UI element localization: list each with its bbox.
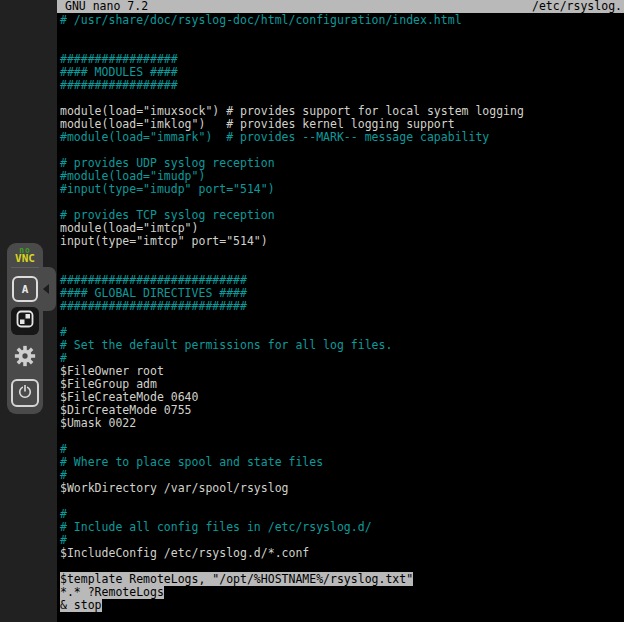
editor-line: & stop [60,599,624,612]
clipboard-icon: A [22,283,29,296]
editor-line: # Include all config files in /etc/rsysl… [60,521,624,534]
editor-line: $WorkDirectory /var/spool/rsyslog [60,482,624,495]
power-button[interactable] [11,379,39,407]
gear-icon [14,345,36,371]
editor-line [60,495,624,508]
settings-button[interactable] [13,346,37,370]
novnc-logo-vnc: VNC [7,254,43,264]
collapse-arrow-icon [43,284,49,294]
editor-line: #module(load="immark") # provides --MARK… [60,131,624,144]
panel-divider [11,267,39,268]
editor-line: $IncludeConfig /etc/rsyslog.d/*.conf [60,547,624,560]
editor-line: # Where to place spool and state files [60,456,624,469]
editor-content[interactable]: # /usr/share/doc/rsyslog-doc/html/config… [60,14,624,612]
nano-version-label: GNU nano 7.2 [65,0,148,13]
novnc-logo: no VNC [7,247,43,264]
nano-editor-window[interactable]: GNU nano 7.2 /etc/rsyslog. # /usr/share/… [57,0,624,622]
editor-line: input(type="imtcp" port="514") [60,235,624,248]
editor-line [60,248,624,261]
editor-line: #input(type="imudp" port="514") [60,183,624,196]
editor-line: $Umask 0022 [60,417,624,430]
nano-filename-label: /etc/rsyslog. [532,0,622,13]
editor-line: # Set the default permissions for all lo… [60,339,624,352]
power-icon [17,383,33,403]
vnc-control-panel: no VNC A [7,243,43,414]
clipboard-button[interactable]: A [12,276,38,302]
editor-line [60,430,624,443]
fullscreen-icon [15,309,35,333]
editor-line: ########################### [60,300,624,313]
nano-titlebar: GNU nano 7.2 /etc/rsyslog. [57,0,624,13]
editor-line [60,27,624,40]
fullscreen-button[interactable] [11,307,39,335]
editor-line: *.* ?RemoteLogs [60,586,624,599]
editor-line: $DirCreateMode 0755 [60,404,624,417]
editor-line [60,313,624,326]
editor-line: # /usr/share/doc/rsyslog-doc/html/config… [60,14,624,27]
screen: GNU nano 7.2 /etc/rsyslog. # /usr/share/… [0,0,624,622]
editor-line: ################# [60,79,624,92]
